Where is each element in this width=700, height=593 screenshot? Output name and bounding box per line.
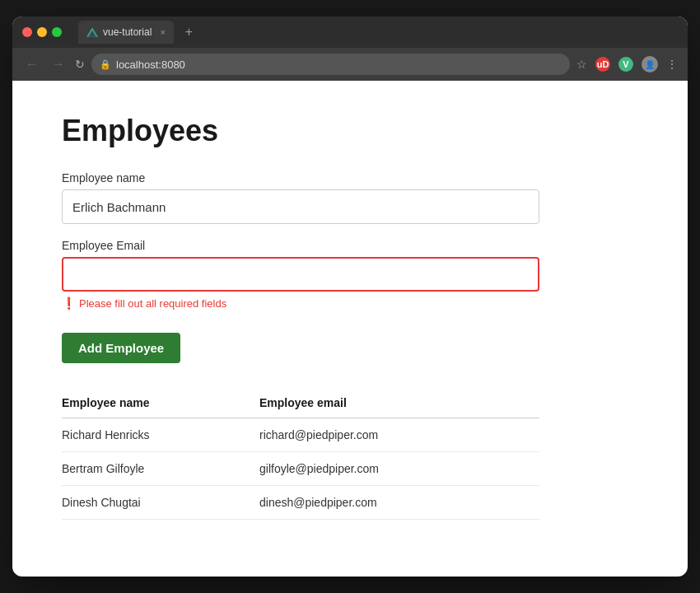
table-header-row: Employee name Employee email bbox=[62, 388, 539, 418]
employee-name-cell: Richard Henricks bbox=[62, 418, 259, 452]
minimize-button[interactable] bbox=[37, 27, 47, 37]
table-row: Dinesh Chugtaidinesh@piedpiper.com bbox=[62, 486, 539, 520]
star-icon[interactable]: ☆ bbox=[576, 58, 587, 71]
traffic-lights bbox=[22, 27, 62, 37]
employee-name-cell: Bertram Gilfoyle bbox=[62, 452, 259, 486]
extension-ud[interactable]: uD bbox=[595, 57, 610, 72]
new-tab-button[interactable]: + bbox=[185, 25, 193, 40]
address-text: localhost:8080 bbox=[116, 58, 185, 71]
email-label: Employee Email bbox=[62, 239, 638, 252]
browser-titlebar: vue-tutorial × + bbox=[12, 16, 688, 48]
tab-close-icon[interactable]: × bbox=[160, 27, 165, 37]
tab-title: vue-tutorial bbox=[103, 26, 152, 38]
page-title: Employees bbox=[62, 114, 638, 148]
error-icon: ❗ bbox=[62, 296, 76, 310]
lock-icon: 🔒 bbox=[100, 59, 111, 70]
employee-email-cell: richard@piedpiper.com bbox=[259, 418, 539, 452]
reload-button[interactable]: ↻ bbox=[75, 58, 85, 71]
employee-email-cell: dinesh@piedpiper.com bbox=[259, 486, 539, 520]
employee-email-input[interactable] bbox=[62, 257, 539, 292]
page-content: Employees Employee name Employee Email ❗… bbox=[12, 81, 688, 553]
browser-window: vue-tutorial × + ← → ↻ 🔒 localhost:8080 … bbox=[12, 16, 688, 577]
user-avatar[interactable]: 👤 bbox=[642, 56, 658, 72]
table-row: Richard Henricksrichard@piedpiper.com bbox=[62, 418, 539, 452]
table-row: Bertram Gilfoylegilfoyle@piedpiper.com bbox=[62, 452, 539, 486]
extension-vue[interactable]: V bbox=[618, 57, 633, 72]
menu-icon[interactable]: ⋮ bbox=[666, 58, 678, 71]
error-text: Please fill out all required fields bbox=[79, 297, 226, 310]
name-label: Employee name bbox=[62, 171, 638, 184]
name-field-group: Employee name bbox=[62, 171, 638, 224]
forward-button[interactable]: → bbox=[49, 57, 68, 72]
vue-icon bbox=[86, 26, 98, 38]
back-button[interactable]: ← bbox=[22, 57, 42, 72]
toolbar-actions: ☆ uD V 👤 ⋮ bbox=[576, 56, 678, 72]
browser-toolbar: ← → ↻ 🔒 localhost:8080 ☆ uD V 👤 ⋮ bbox=[12, 48, 688, 81]
address-bar[interactable]: 🔒 localhost:8080 bbox=[91, 54, 570, 75]
email-field-group: Employee Email ❗ Please fill out all req… bbox=[62, 239, 638, 310]
browser-tab[interactable]: vue-tutorial × bbox=[78, 21, 174, 44]
employee-name-input[interactable] bbox=[62, 189, 539, 224]
add-employee-button[interactable]: Add Employee bbox=[62, 333, 180, 363]
col-header-email: Employee email bbox=[259, 388, 539, 418]
employee-name-cell: Dinesh Chugtai bbox=[62, 486, 259, 520]
col-header-name: Employee name bbox=[62, 388, 259, 418]
close-button[interactable] bbox=[22, 27, 32, 37]
employee-table: Employee name Employee email Richard Hen… bbox=[62, 388, 539, 520]
maximize-button[interactable] bbox=[52, 27, 62, 37]
employee-email-cell: gilfoyle@piedpiper.com bbox=[259, 452, 539, 486]
error-message: ❗ Please fill out all required fields bbox=[62, 296, 638, 310]
